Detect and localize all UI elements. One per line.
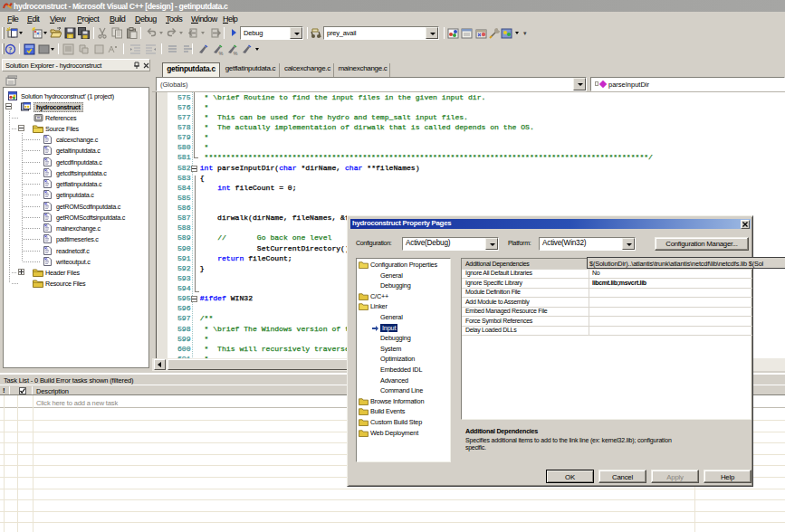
svg-text:?: ? [8, 46, 12, 54]
svg-text:%: % [219, 51, 224, 56]
svg-text:%: % [234, 51, 238, 56]
